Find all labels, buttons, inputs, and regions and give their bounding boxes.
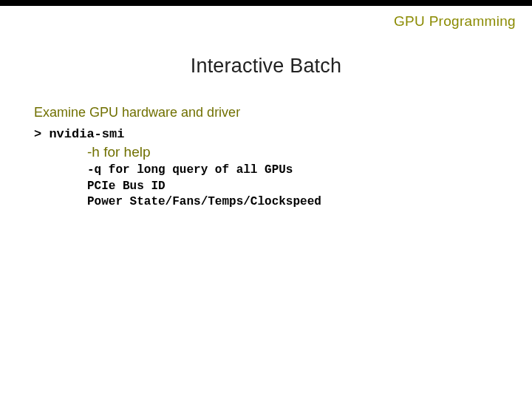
page-title: Interactive Batch <box>0 55 532 78</box>
detail-line: PCIe Bus ID <box>87 180 166 193</box>
help-option: -h for help <box>87 144 151 160</box>
subtitle: Examine GPU hardware and driver <box>34 105 240 120</box>
header-label: GPU Programming <box>394 13 516 30</box>
detail-line: -q for long query of all GPUs <box>87 163 293 177</box>
slide: GPU Programming Interactive Batch Examin… <box>0 0 532 399</box>
top-bar <box>0 0 532 6</box>
command-line: > nvidia-smi <box>34 127 124 141</box>
detail-line: Power State/Fans/Temps/Clockspeed <box>87 195 321 208</box>
details-block: -q for long query of all GPUs PCIe Bus I… <box>87 163 321 211</box>
